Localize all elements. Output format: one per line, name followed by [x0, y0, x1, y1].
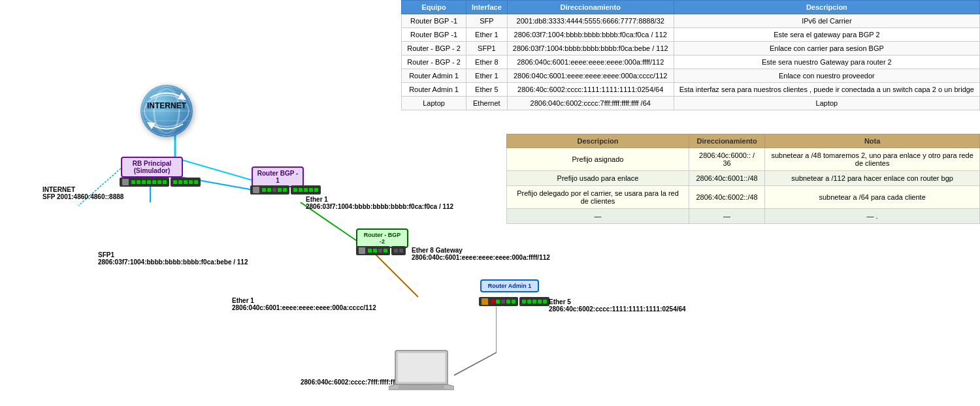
cell-direccionamiento: 2806:40c:6002:cccc:1111:1111:1111:0254/6… [507, 83, 674, 97]
cell-interface: Ether 8 [466, 55, 507, 69]
router-bgp1-label: Router BGP -1 [257, 170, 299, 184]
cell2-direccionamiento: — [689, 209, 764, 224]
cell-interface: SFP1 [466, 42, 507, 55]
ether8-gateway-label: Ether 8 Gateway2806:040c:6001:eeee:eeee:… [412, 247, 550, 261]
cell-direccionamiento: 2806:040c:6001:eeee:eeee:eeee:000a:ffff/… [507, 55, 674, 69]
col-descripcion: Descripcion [674, 1, 979, 14]
svg-line-5 [454, 352, 497, 375]
cell-direccionamiento: 2001:db8:3333:4444:5555:6666:7777:8888/3… [507, 14, 674, 28]
main-table: Equipo Interface Direccionamiento Descri… [401, 0, 980, 110]
cell2-direccionamiento: 2806:40c:6002::/48 [689, 186, 764, 209]
second-table-section: Descripcion Direccionamiento Nota Prefij… [506, 134, 980, 224]
admin1-ether5-label: Ether 52806:40c:6002:cccc:1111:1111:1111… [549, 298, 686, 313]
cell-interface: Ethernet [466, 97, 507, 110]
cell-descripcion: IPv6 del Carrier [674, 14, 979, 28]
table-row: LaptopEthernet2806:040c:6002:cccc:7fff:f… [402, 97, 980, 110]
cell-direccionamiento: 2806:040c:6001:eeee:eeee:eeee:000a:cccc/… [507, 69, 674, 83]
cell-direccionamiento: 2806:040c:6002:cccc:7fff:ffff:ffff:ffff … [507, 97, 674, 110]
cell2-descripcion: Prefijo delegado por el carrier, se usar… [507, 186, 689, 209]
table-row: ——— . [507, 209, 980, 224]
col2-nota: Nota [765, 134, 980, 148]
rb-principal-box: RB Principal (Simulador) [121, 157, 183, 178]
cell-descripcion: Enlace con carrier para sesion BGP [674, 42, 979, 55]
table-row: Prefijo delegado por el carrier, se usar… [507, 186, 980, 209]
cell-interface: SFP [466, 14, 507, 28]
router-bgp2-diagram-label: Router - BGP -2 [364, 232, 401, 245]
col-equipo: Equipo [402, 1, 466, 14]
cell2-nota: subnetear a /112 para hacer enlace con r… [765, 171, 980, 186]
table-row: Router Admin 1Ether 12806:040c:6001:eeee… [402, 69, 980, 83]
table-row: Prefijo usado para enlace2806:40c:6001::… [507, 171, 980, 186]
cell2-descripcion: Prefijo asignado [507, 148, 689, 171]
router-bgp1-icon [250, 184, 321, 196]
cell-equipo: Router BGP -1 [402, 28, 466, 42]
laptop-icon [389, 347, 454, 399]
table-row: Prefijo asignado2806:40c:6000:: / 36subn… [507, 148, 980, 171]
cell2-nota: subnetear a /48 tomaremos 2, uno para en… [765, 148, 980, 171]
rb-principal-router-icon [120, 176, 201, 188]
cell2-nota: subnetear a /64 para cada cliente [765, 186, 980, 209]
cell-equipo: Router - BGP - 2 [402, 55, 466, 69]
cell-direccionamiento: 2806:03f7:1004:bbbb:bbbb:bbbb:f0ca:f0ca … [507, 28, 674, 42]
cell-equipo: Router Admin 1 [402, 69, 466, 83]
router-admin1-icon [479, 296, 549, 307]
cell2-nota: — . [765, 209, 980, 224]
table-row: Router - BGP - 2SFP12806:03f7:1004:bbbb:… [402, 42, 980, 55]
bgp1-ether1-label: Ether 12806:03f7:1004:bbbb:bbbb:bbbb:f0c… [306, 196, 453, 210]
col-interface: Interface [466, 1, 507, 14]
bgp2-sfp1-label: SFP12806:03f7:1004:bbbb:bbbb:bbbb:f0ca:b… [98, 251, 248, 266]
cell2-descripcion: — [507, 209, 689, 224]
main-table-section: Equipo Interface Direccionamiento Descri… [401, 0, 980, 110]
cell-interface: Ether 1 [466, 28, 507, 42]
internet-diagram-label: INTERNET [140, 101, 193, 110]
internet-sfp-label: INTERNETSFP 2001:4860:4860::8888 [42, 186, 123, 200]
internet-globe [140, 85, 193, 137]
svg-point-9 [142, 86, 191, 136]
table-row: Router BGP -1Ether 12806:03f7:1004:bbbb:… [402, 28, 980, 42]
router-admin1-diagram-label: Router Admin 1 [488, 283, 532, 289]
table-row: Router BGP -1SFP2001:db8:3333:4444:5555:… [402, 14, 980, 28]
second-table: Descripcion Direccionamiento Nota Prefij… [506, 134, 980, 224]
cell-equipo: Laptop [402, 97, 466, 110]
router-bgp2-icon [356, 245, 406, 257]
rb-principal-label: RB Principal (Simulador) [133, 160, 171, 174]
svg-point-10 [154, 86, 180, 136]
admin1-ether1-label: Ether 12806:040c:6001:eeee:eeee:eeee:000… [232, 297, 376, 311]
col2-descripcion: Descripcion [507, 134, 689, 148]
cell-interface: Ether 1 [466, 69, 507, 83]
router-admin1-diagram-box: Router Admin 1 [480, 279, 539, 292]
cell-descripcion: Este sera el gateway para BGP 2 [674, 28, 979, 42]
col-direccionamiento: Direccionamiento [507, 1, 674, 14]
svg-rect-17 [412, 384, 431, 385]
cell-descripcion: Enlace con nuestro proveedor [674, 69, 979, 83]
cell2-direccionamiento: 2806:40c:6000:: / 36 [689, 148, 764, 171]
cell-equipo: Router BGP -1 [402, 14, 466, 28]
cell-interface: Ether 5 [466, 83, 507, 97]
col2-direccionamiento: Direccionamiento [689, 134, 764, 148]
cell2-descripcion: Prefijo usado para enlace [507, 171, 689, 186]
cell-direccionamiento: 2806:03f7:1004:bbbb:bbbb:bbbb:f0ca:bebe … [507, 42, 674, 55]
cell-equipo: Router Admin 1 [402, 83, 466, 97]
cell-equipo: Router - BGP - 2 [402, 42, 466, 55]
svg-rect-15 [398, 353, 445, 382]
table-row: Router - BGP - 2Ether 82806:040c:6001:ee… [402, 55, 980, 69]
cell-descripcion: Laptop [674, 97, 979, 110]
cell2-direccionamiento: 2806:40c:6001::/48 [689, 171, 764, 186]
cell-descripcion: Esta interfaz sera para nuestros cliente… [674, 83, 979, 97]
svg-rect-16 [399, 385, 444, 389]
table-row: Router Admin 1Ether 52806:40c:6002:cccc:… [402, 83, 980, 97]
cell-descripcion: Este sera nuestro Gateway para router 2 [674, 55, 979, 69]
